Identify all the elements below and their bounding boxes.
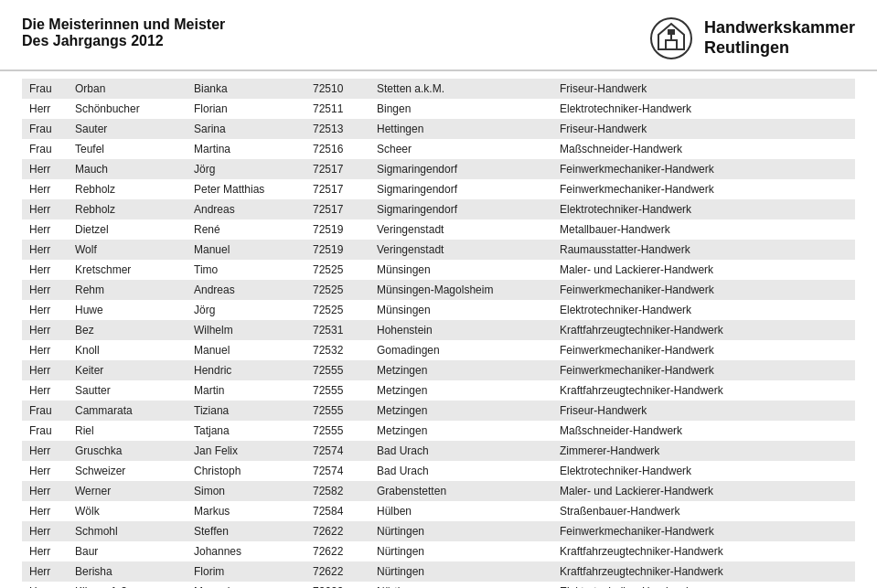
cell-24-2: Florim xyxy=(187,561,305,582)
cell-13-5: Feinwerkmechaniker-Handwerk xyxy=(552,340,855,360)
cell-4-4: Sigmaringendorf xyxy=(369,159,552,179)
cell-11-3: 72525 xyxy=(305,300,369,320)
table-row: HerrBezWilhelm72531HohensteinKraftfahrze… xyxy=(22,320,855,340)
cell-20-3: 72582 xyxy=(305,481,369,501)
cell-2-2: Sarina xyxy=(187,119,305,139)
table-row: HerrRehmAndreas72525Münsingen-Magolsheim… xyxy=(22,280,855,300)
cell-5-2: Peter Matthias xyxy=(187,179,305,199)
cell-19-1: Schweizer xyxy=(68,461,187,481)
cell-23-5: Kraftfahrzeugtechniker-Handwerk xyxy=(552,541,855,561)
cell-7-5: Metallbauer-Handwerk xyxy=(552,219,855,240)
cell-7-4: Veringenstadt xyxy=(369,219,552,240)
cell-0-2: Bianka xyxy=(187,79,305,99)
cell-0-1: Orban xyxy=(68,79,187,99)
cell-17-3: 72555 xyxy=(305,421,369,441)
cell-9-2: Timo xyxy=(187,260,305,280)
cell-8-1: Wolf xyxy=(68,240,187,260)
cell-6-5: Elektrotechniker-Handwerk xyxy=(552,199,855,219)
cell-1-2: Florian xyxy=(187,99,305,119)
cell-12-2: Wilhelm xyxy=(187,320,305,340)
cell-6-3: 72517 xyxy=(305,199,369,219)
cell-19-5: Elektrotechniker-Handwerk xyxy=(552,461,855,481)
cell-10-0: Herr xyxy=(22,280,68,300)
cell-12-5: Kraftfahrzeugtechniker-Handwerk xyxy=(552,320,855,340)
cell-25-2: Manuel xyxy=(187,582,305,588)
cell-6-1: Rebholz xyxy=(68,199,187,219)
cell-17-5: Maßschneider-Handwerk xyxy=(552,421,855,441)
cell-11-2: Jörg xyxy=(187,300,305,320)
cell-16-2: Tiziana xyxy=(187,401,305,421)
cell-22-4: Nürtingen xyxy=(369,521,552,541)
cell-1-1: Schönbucher xyxy=(68,99,187,119)
cell-25-3: 72622 xyxy=(305,582,369,588)
cell-5-1: Rebholz xyxy=(68,179,187,199)
cell-17-2: Tatjana xyxy=(187,421,305,441)
header-logo: Handwerkskammer Reutlingen xyxy=(649,16,855,60)
cell-15-4: Metzingen xyxy=(369,380,552,401)
cell-0-4: Stetten a.k.M. xyxy=(369,79,552,99)
cell-22-5: Feinwerkmechaniker-Handwerk xyxy=(552,521,855,541)
cell-2-3: 72513 xyxy=(305,119,369,139)
cell-5-4: Sigmaringendorf xyxy=(369,179,552,199)
cell-12-3: 72531 xyxy=(305,320,369,340)
cell-16-4: Metzingen xyxy=(369,401,552,421)
cell-6-0: Herr xyxy=(22,199,68,219)
cell-23-4: Nürtingen xyxy=(369,541,552,561)
cell-14-4: Metzingen xyxy=(369,360,552,380)
table-row: HerrSautterMartin72555MetzingenKraftfahr… xyxy=(22,380,855,401)
cell-8-3: 72519 xyxy=(305,240,369,260)
cell-25-4: Nürtingen xyxy=(369,582,552,588)
logo-line1: Handwerkskammer xyxy=(704,18,855,38)
cell-4-3: 72517 xyxy=(305,159,369,179)
cell-1-3: 72511 xyxy=(305,99,369,119)
cell-8-4: Veringenstadt xyxy=(369,240,552,260)
main-content: FrauOrbanBianka72510Stetten a.k.M.Friseu… xyxy=(0,79,877,588)
cell-8-0: Herr xyxy=(22,240,68,260)
cell-23-3: 72622 xyxy=(305,541,369,561)
cell-2-5: Friseur-Handwerk xyxy=(552,119,855,139)
cell-24-5: Kraftfahrzeugtechniker-Handwerk xyxy=(552,561,855,582)
cell-13-2: Manuel xyxy=(187,340,305,360)
cell-5-3: 72517 xyxy=(305,179,369,199)
cell-22-0: Herr xyxy=(22,521,68,541)
cell-7-3: 72519 xyxy=(305,219,369,240)
cell-19-4: Bad Urach xyxy=(369,461,552,481)
cell-10-3: 72525 xyxy=(305,280,369,300)
cell-21-2: Markus xyxy=(187,501,305,521)
cell-10-5: Feinwerkmechaniker-Handwerk xyxy=(552,280,855,300)
table-row: HerrDietzelRené72519VeringenstadtMetallb… xyxy=(22,219,855,240)
cell-13-1: Knoll xyxy=(68,340,187,360)
cell-21-4: Hülben xyxy=(369,501,552,521)
cell-20-1: Werner xyxy=(68,481,187,501)
cell-17-0: Frau xyxy=(22,421,68,441)
cell-6-4: Sigmaringendorf xyxy=(369,199,552,219)
cell-14-2: Hendric xyxy=(187,360,305,380)
cell-12-1: Bez xyxy=(68,320,187,340)
cell-15-5: Kraftfahrzeugtechniker-Handwerk xyxy=(552,380,855,401)
cell-11-1: Huwe xyxy=(68,300,187,320)
title-line2: Des Jahrgangs 2012 xyxy=(22,33,225,49)
cell-2-0: Frau xyxy=(22,119,68,139)
table-row: HerrKeiterHendric72555MetzingenFeinwerkm… xyxy=(22,360,855,380)
cell-16-1: Cammarata xyxy=(68,401,187,421)
table-row: HerrKlingenfußManuel72622NürtingenElektr… xyxy=(22,582,855,588)
cell-20-4: Grabenstetten xyxy=(369,481,552,501)
table-row: HerrKnollManuel72532GomadingenFeinwerkme… xyxy=(22,340,855,360)
table-row: HerrRebholzPeter Matthias72517Sigmaringe… xyxy=(22,179,855,199)
cell-9-4: Münsingen xyxy=(369,260,552,280)
cell-10-4: Münsingen-Magolsheim xyxy=(369,280,552,300)
logo-line2: Reutlingen xyxy=(704,38,855,59)
cell-21-5: Straßenbauer-Handwerk xyxy=(552,501,855,521)
table-row: FrauCammarataTiziana72555MetzingenFriseu… xyxy=(22,401,855,421)
cell-5-0: Herr xyxy=(22,179,68,199)
cell-3-1: Teufel xyxy=(68,139,187,159)
table-row: HerrSchönbucherFlorian72511BingenElektro… xyxy=(22,99,855,119)
cell-3-4: Scheer xyxy=(369,139,552,159)
cell-19-2: Christoph xyxy=(187,461,305,481)
cell-24-3: 72622 xyxy=(305,561,369,582)
cell-9-5: Maler- und Lackierer-Handwerk xyxy=(552,260,855,280)
title-line1: Die Meisterinnen und Meister xyxy=(22,16,225,33)
cell-13-0: Herr xyxy=(22,340,68,360)
cell-14-5: Feinwerkmechaniker-Handwerk xyxy=(552,360,855,380)
cell-9-3: 72525 xyxy=(305,260,369,280)
